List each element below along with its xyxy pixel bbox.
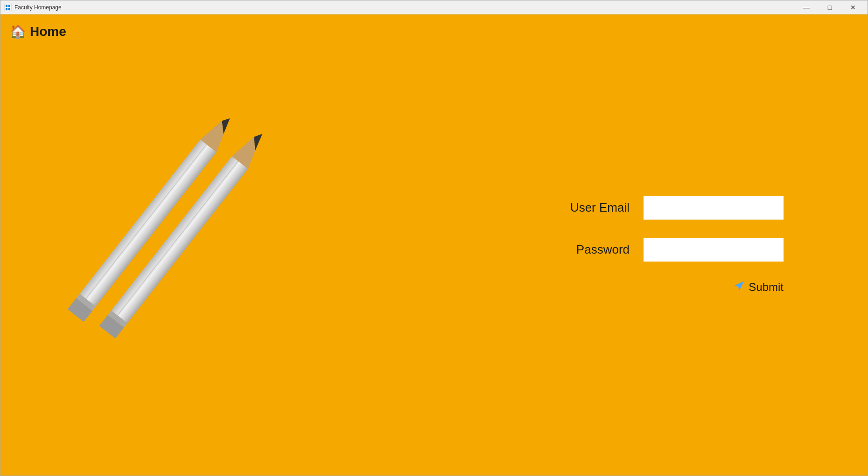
- title-bar: Faculty Homepage — □ ✕: [0, 0, 868, 14]
- svg-rect-2: [8, 5, 10, 7]
- submit-button[interactable]: Submit: [734, 280, 784, 294]
- password-label: Password: [555, 242, 630, 257]
- title-bar-left: Faculty Homepage: [4, 4, 62, 11]
- main-content: 🏠 Home User Email Password: [0, 14, 868, 476]
- login-form: User Email Password Submit: [555, 196, 784, 294]
- app-icon: [4, 4, 12, 11]
- header: 🏠 Home: [10, 24, 66, 39]
- minimize-button[interactable]: —: [796, 2, 817, 13]
- svg-rect-3: [6, 8, 7, 10]
- submit-row: Submit: [555, 280, 784, 294]
- svg-rect-4: [8, 8, 10, 10]
- close-button[interactable]: ✕: [842, 2, 864, 13]
- submit-label: Submit: [749, 281, 784, 294]
- window-controls: — □ ✕: [796, 2, 864, 13]
- application-window: Faculty Homepage — □ ✕: [0, 0, 868, 476]
- email-input[interactable]: [644, 196, 784, 220]
- password-row: Password: [555, 238, 784, 262]
- app-title: Home: [30, 24, 66, 39]
- submit-icon: [734, 280, 745, 294]
- email-label: User Email: [555, 200, 630, 215]
- email-row: User Email: [555, 196, 784, 220]
- send-icon: [734, 280, 745, 291]
- pencil-illustration: [0, 61, 266, 341]
- password-input[interactable]: [644, 238, 784, 262]
- svg-rect-1: [6, 5, 7, 7]
- home-icon: 🏠: [10, 24, 26, 39]
- window-title: Faculty Homepage: [14, 4, 62, 11]
- maximize-button[interactable]: □: [819, 2, 840, 13]
